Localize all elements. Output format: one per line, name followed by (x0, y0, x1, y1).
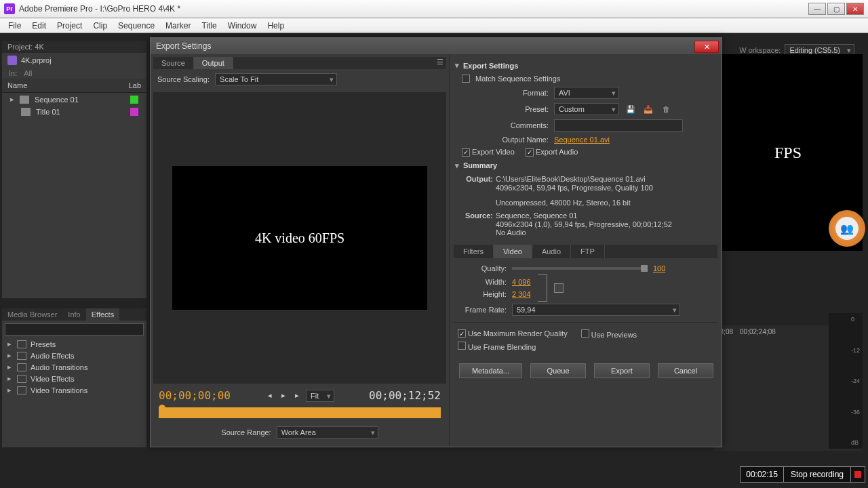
export-video-checkbox[interactable] (462, 148, 470, 157)
summary-output-details: 4096x2304, 59,94 fps, Progressive, Quali… (462, 184, 717, 192)
range-marker[interactable] (159, 405, 165, 411)
folder-icon (17, 363, 26, 371)
tab-source[interactable]: Source (153, 57, 194, 69)
summary-block: Output:C:\Users\EliteBook\Desktop\Sequen… (454, 173, 717, 238)
menu-project[interactable]: Project (52, 20, 87, 32)
tab-effects[interactable]: Effects (86, 308, 119, 321)
cancel-button[interactable]: Cancel (658, 363, 713, 378)
summary-source-name: Sequence, Sequence 01 (496, 211, 717, 220)
width-value[interactable]: 4 096 (512, 278, 531, 286)
maximize-button[interactable]: ▢ (827, 3, 845, 15)
menu-file[interactable]: File (3, 20, 26, 32)
tab-audio[interactable]: Audio (532, 245, 571, 258)
source-range-dropdown[interactable]: Work Area (277, 426, 378, 439)
folder-audio-effects[interactable]: ▸Audio Effects (2, 350, 146, 361)
import-preset-icon[interactable]: 📥 (642, 104, 654, 114)
stop-recording-button[interactable]: Stop recording (784, 467, 851, 482)
max-render-checkbox[interactable] (458, 329, 466, 338)
folder-audio-transitions[interactable]: ▸Audio Transitions (2, 361, 146, 373)
folder-video-transitions[interactable]: ▸Video Transitions (2, 384, 146, 396)
camera-icon[interactable]: 👥 (829, 210, 865, 247)
effects-search[interactable] (5, 323, 144, 336)
menu-edit[interactable]: Edit (26, 20, 52, 32)
summary-source-label: Source: (462, 211, 493, 220)
label-chip (130, 108, 138, 116)
comments-input[interactable] (554, 119, 683, 131)
format-dropdown[interactable]: AVI (554, 87, 619, 99)
project-filename: 4K.prproj (21, 56, 52, 64)
queue-button[interactable]: Queue (530, 363, 586, 378)
project-item-title[interactable]: Title 01 (2, 106, 146, 118)
settings-pane: ▾ Export Settings Match Sequence Setting… (449, 54, 722, 447)
dialog-close-button[interactable]: ✕ (694, 41, 719, 53)
match-sequence-checkbox[interactable] (462, 75, 470, 83)
quality-slider[interactable] (512, 267, 648, 270)
prev-frame-button[interactable]: ◂ (265, 391, 275, 401)
source-output-tabs: Source Output ☰ (153, 57, 446, 69)
output-name-link[interactable]: Sequence 01.avi (554, 136, 610, 144)
metadata-button[interactable]: Metadata... (459, 363, 522, 378)
project-item-sequence[interactable]: ▸ Sequence 01 (2, 93, 146, 106)
folder-icon (17, 375, 26, 383)
scaling-dropdown[interactable]: Scale To Fit (215, 73, 337, 85)
play-button[interactable]: ▸ (279, 391, 288, 401)
export-video-label: Export Video (472, 148, 515, 156)
source-range-label: Source Range: (221, 428, 271, 436)
tab-video[interactable]: Video (494, 245, 532, 258)
next-frame-button[interactable]: ▸ (292, 391, 302, 401)
framerate-dropdown[interactable]: 59,94 (512, 304, 680, 316)
delete-preset-icon[interactable]: 🗑 (660, 104, 672, 114)
recording-indicator: 00:02:15 Stop recording (740, 466, 865, 483)
zoom-dropdown[interactable]: Fit (306, 390, 334, 402)
tab-ftp[interactable]: FTP (571, 245, 605, 258)
menu-bar: File Edit Project Clip Sequence Marker T… (0, 18, 868, 33)
tab-output[interactable]: Output (194, 57, 233, 69)
app-icon: Pr (4, 3, 15, 14)
output-name-label: Output Name: (454, 136, 549, 144)
render-options: Use Maximum Render Quality Use Previews … (454, 322, 717, 358)
menu-help[interactable]: Help (262, 20, 290, 32)
summary-head[interactable]: ▾ Summary (454, 159, 717, 173)
menu-marker[interactable]: Marker (160, 20, 196, 32)
close-button[interactable]: ✕ (846, 3, 864, 15)
effects-panel: Media Browser Info Effects ▸Presets ▸Aud… (2, 308, 146, 447)
tab-info[interactable]: Info (62, 308, 85, 321)
height-value[interactable]: 2 304 (512, 290, 531, 298)
summary-source-audio: No Audio (462, 228, 717, 237)
folder-presets[interactable]: ▸Presets (2, 338, 146, 350)
frame-blending-checkbox[interactable] (458, 342, 466, 350)
export-settings-head[interactable]: ▾ Export Settings (454, 58, 717, 73)
range-bar[interactable] (159, 407, 441, 418)
col-label[interactable]: Lab (129, 81, 141, 89)
codec-tabs: Filters Video Audio FTP (454, 245, 717, 258)
quality-value[interactable]: 100 (653, 264, 665, 272)
timecode-row: 00;00;00;00 ◂ ▸ ▸ Fit 00;00;12;52 (153, 386, 446, 405)
menu-title[interactable]: Title (196, 20, 222, 32)
preview-video: 4K video 60FPS (172, 166, 427, 310)
tab-filters[interactable]: Filters (454, 245, 494, 258)
project-tab[interactable]: Project: 4K (2, 41, 146, 53)
match-sequence-label: Match Sequence Settings (475, 75, 560, 83)
aspect-lock-toggle[interactable] (554, 283, 564, 293)
preview-area: 4K video 60FPS (153, 92, 446, 384)
record-icon[interactable] (851, 467, 865, 482)
export-audio-label: Export Audio (536, 148, 578, 156)
col-name[interactable]: Name (7, 81, 129, 89)
menu-window[interactable]: Window (222, 20, 262, 32)
panel-menu-icon[interactable]: ☰ (434, 57, 446, 66)
preset-dropdown[interactable]: Custom (554, 103, 619, 115)
in-value: All (24, 69, 32, 77)
save-preset-icon[interactable]: 💾 (625, 104, 637, 114)
preview-text: 4K video 60FPS (255, 230, 344, 246)
menu-sequence[interactable]: Sequence (113, 20, 160, 32)
menu-clip[interactable]: Clip (87, 20, 113, 32)
minimize-button[interactable]: — (808, 3, 826, 15)
export-audio-checkbox[interactable] (526, 148, 534, 157)
timecode-in[interactable]: 00;00;00;00 (159, 389, 231, 402)
use-previews-checkbox[interactable] (581, 329, 589, 338)
export-button[interactable]: Export (594, 363, 650, 378)
tab-media-browser[interactable]: Media Browser (2, 308, 62, 321)
folder-video-effects[interactable]: ▸Video Effects (2, 373, 146, 384)
comments-label: Comments: (454, 121, 549, 129)
timecode-out: 00;00;12;52 (369, 389, 441, 402)
